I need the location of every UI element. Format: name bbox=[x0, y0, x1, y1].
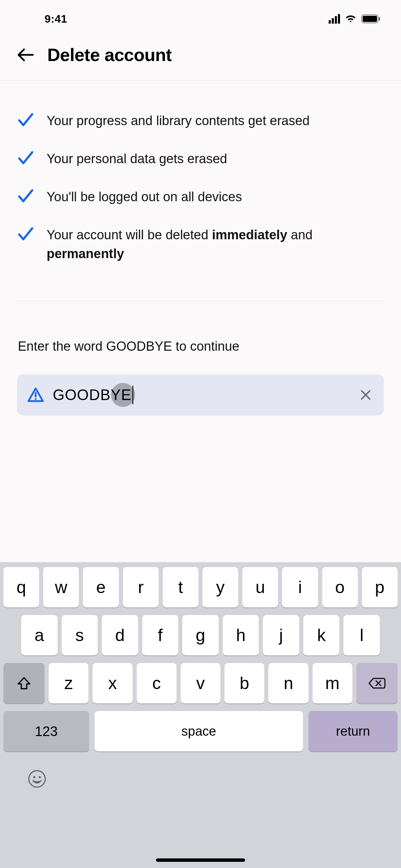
svg-point-7 bbox=[39, 776, 41, 778]
confirmation-prompt: Enter the word GOODBYE to continue bbox=[17, 339, 384, 354]
touch-indicator bbox=[111, 383, 135, 407]
key-u[interactable]: u bbox=[242, 567, 278, 607]
key-t[interactable]: t bbox=[163, 567, 198, 607]
cellular-icon bbox=[329, 14, 340, 24]
svg-rect-2 bbox=[379, 17, 380, 21]
svg-point-4 bbox=[35, 398, 36, 400]
key-i[interactable]: i bbox=[282, 567, 318, 607]
status-time: 9:41 bbox=[45, 13, 67, 25]
key-r[interactable]: r bbox=[123, 567, 159, 607]
divider bbox=[17, 301, 384, 301]
key-k[interactable]: k bbox=[303, 615, 340, 655]
page-header: Delete account bbox=[0, 38, 401, 81]
numbers-key[interactable]: 123 bbox=[3, 711, 89, 751]
key-h[interactable]: h bbox=[223, 615, 259, 655]
checklist-item: You'll be logged out on all devices bbox=[17, 188, 384, 206]
key-c[interactable]: c bbox=[137, 663, 177, 703]
key-j[interactable]: j bbox=[263, 615, 299, 655]
key-a[interactable]: a bbox=[21, 615, 58, 655]
key-n[interactable]: n bbox=[268, 663, 308, 703]
back-arrow-icon[interactable] bbox=[17, 48, 34, 62]
checklist-text: Your personal data gets erased bbox=[47, 149, 227, 168]
checklist-text: Your progress and library contents get e… bbox=[47, 111, 310, 130]
checklist-item: Your personal data gets erased bbox=[17, 149, 384, 168]
check-icon bbox=[17, 188, 34, 204]
checklist: Your progress and library contents get e… bbox=[17, 111, 384, 263]
alert-triangle-icon bbox=[27, 387, 44, 402]
confirmation-input-wrap[interactable] bbox=[17, 374, 384, 415]
content-area: Your progress and library contents get e… bbox=[0, 81, 401, 415]
checklist-item: Your progress and library contents get e… bbox=[17, 111, 384, 130]
check-icon bbox=[17, 226, 34, 242]
emoji-button[interactable] bbox=[27, 769, 47, 788]
key-s[interactable]: s bbox=[62, 615, 98, 655]
checklist-text: Your account will be deleted immediately… bbox=[47, 226, 384, 263]
svg-point-5 bbox=[29, 771, 45, 787]
keyboard: qwertyuiop asdfghjkl zxcvbnm 123 space r… bbox=[0, 562, 401, 868]
key-f[interactable]: f bbox=[142, 615, 179, 655]
checklist-text: You'll be logged out on all devices bbox=[47, 188, 242, 206]
key-d[interactable]: d bbox=[102, 615, 138, 655]
key-m[interactable]: m bbox=[313, 663, 352, 703]
space-key[interactable]: space bbox=[95, 711, 303, 751]
key-y[interactable]: y bbox=[203, 567, 238, 607]
key-g[interactable]: g bbox=[182, 615, 219, 655]
key-l[interactable]: l bbox=[343, 615, 380, 655]
check-icon bbox=[17, 112, 34, 128]
status-icons bbox=[329, 14, 380, 24]
wifi-icon bbox=[345, 14, 356, 23]
key-q[interactable]: q bbox=[3, 567, 39, 607]
backspace-key[interactable] bbox=[356, 663, 398, 703]
key-x[interactable]: x bbox=[93, 663, 132, 703]
svg-rect-1 bbox=[363, 16, 377, 22]
key-p[interactable]: p bbox=[362, 567, 398, 607]
key-o[interactable]: o bbox=[322, 567, 358, 607]
key-b[interactable]: b bbox=[224, 663, 264, 703]
key-z[interactable]: z bbox=[49, 663, 88, 703]
key-w[interactable]: w bbox=[43, 567, 79, 607]
status-bar: 9:41 bbox=[0, 0, 401, 38]
page-title: Delete account bbox=[47, 45, 172, 65]
key-v[interactable]: v bbox=[181, 663, 220, 703]
confirmation-input[interactable] bbox=[53, 386, 358, 403]
return-key[interactable]: return bbox=[308, 711, 398, 751]
home-indicator[interactable] bbox=[156, 858, 245, 862]
key-e[interactable]: e bbox=[83, 567, 119, 607]
svg-point-6 bbox=[33, 776, 35, 778]
text-caret bbox=[132, 386, 133, 404]
clear-input-button[interactable] bbox=[358, 387, 374, 403]
checklist-item: Your account will be deleted immediately… bbox=[17, 226, 384, 263]
battery-icon bbox=[361, 14, 380, 23]
check-icon bbox=[17, 150, 34, 166]
shift-key[interactable] bbox=[3, 663, 45, 703]
